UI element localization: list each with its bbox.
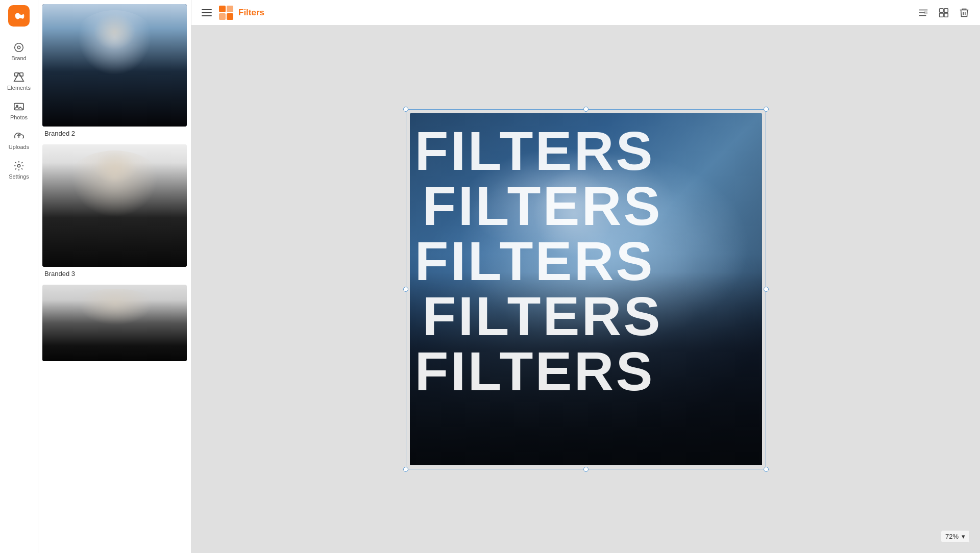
photos-icon — [13, 101, 24, 112]
filters-line-2: FILTERS — [423, 179, 663, 234]
template-thumb-branded2 — [42, 4, 187, 127]
canvas-logo — [219, 6, 233, 20]
handle-top-left[interactable] — [403, 107, 408, 112]
template-thumb-branded4 — [42, 285, 187, 361]
handle-bottom-left[interactable] — [403, 467, 408, 472]
svg-rect-15 — [944, 13, 948, 16]
sidebar-item-settings[interactable]: Settings — [0, 155, 38, 185]
filters-text-overlay: FILTERS FILTERS FILTERS FILTERS FILTERS — [410, 113, 762, 465]
template-thumb-branded3 — [42, 144, 187, 267]
settings-icon — [13, 160, 24, 171]
brand-icon — [13, 42, 24, 53]
delete-button[interactable] — [957, 5, 972, 20]
handle-top-right[interactable] — [764, 107, 769, 112]
topbar-title: Filters — [238, 8, 264, 18]
sidebar-item-settings-label: Settings — [9, 173, 29, 180]
filters-line-1: FILTERS — [415, 123, 655, 179]
svg-point-0 — [15, 43, 23, 52]
template-card-branded4[interactable] — [42, 285, 187, 361]
template-card-branded2[interactable]: Branded 2 — [42, 4, 187, 140]
filters-line-5: FILTERS — [415, 344, 655, 399]
topbar: Filters — [191, 0, 980, 26]
svg-point-7 — [17, 164, 20, 167]
sidebar-item-uploads[interactable]: Uploads — [0, 125, 38, 155]
sidebar-item-brand-label: Brand — [11, 55, 26, 61]
filters-line-4: FILTERS — [423, 289, 663, 344]
template-name-branded2: Branded 2 — [42, 127, 187, 140]
svg-rect-12 — [940, 8, 943, 12]
sidebar-item-elements-label: Elements — [7, 85, 31, 91]
canvas-area: Filters — [191, 0, 980, 553]
handle-bottom-right[interactable] — [764, 467, 769, 472]
uploads-icon — [13, 131, 24, 142]
sidebar-item-photos[interactable]: Photos — [0, 96, 38, 125]
zoom-value: 72% — [945, 533, 959, 540]
sidebar-item-uploads-label: Uploads — [9, 144, 29, 150]
svg-rect-14 — [940, 13, 943, 16]
canvas-workspace[interactable]: FILTERS FILTERS FILTERS FILTERS FILTERS … — [191, 26, 980, 553]
template-name-branded3: Branded 3 — [42, 267, 187, 281]
filters-line-3: FILTERS — [415, 234, 655, 289]
handle-middle-left[interactable] — [403, 287, 408, 292]
svg-rect-13 — [944, 8, 948, 12]
zoom-control[interactable]: 72% ▾ — [941, 530, 970, 543]
svg-marker-2 — [14, 73, 23, 82]
menu-button[interactable] — [200, 7, 214, 18]
svg-rect-11 — [924, 11, 927, 14]
sidebar-item-photos-label: Photos — [10, 114, 28, 120]
handle-top-center[interactable] — [583, 107, 589, 112]
align-button[interactable] — [916, 5, 931, 20]
icon-sidebar: Brand Elements Photos Uploads Settings — [0, 0, 38, 553]
sidebar-item-brand[interactable]: Brand — [0, 37, 38, 66]
zoom-dropdown-icon: ▾ — [962, 533, 965, 540]
grid-button[interactable] — [936, 5, 951, 20]
template-card-branded3[interactable]: Branded 3 — [42, 144, 187, 281]
canvas-image: FILTERS FILTERS FILTERS FILTERS FILTERS — [410, 113, 762, 465]
handle-middle-right[interactable] — [764, 287, 769, 292]
handle-bottom-center[interactable] — [583, 467, 589, 472]
sidebar-item-elements[interactable]: Elements — [0, 66, 38, 96]
svg-point-1 — [17, 46, 20, 49]
canvas-frame[interactable]: FILTERS FILTERS FILTERS FILTERS FILTERS — [410, 113, 762, 465]
elements-icon — [13, 71, 24, 83]
app-logo[interactable] — [8, 5, 30, 27]
template-panel: Branded 2 Branded 3 — [38, 0, 191, 553]
